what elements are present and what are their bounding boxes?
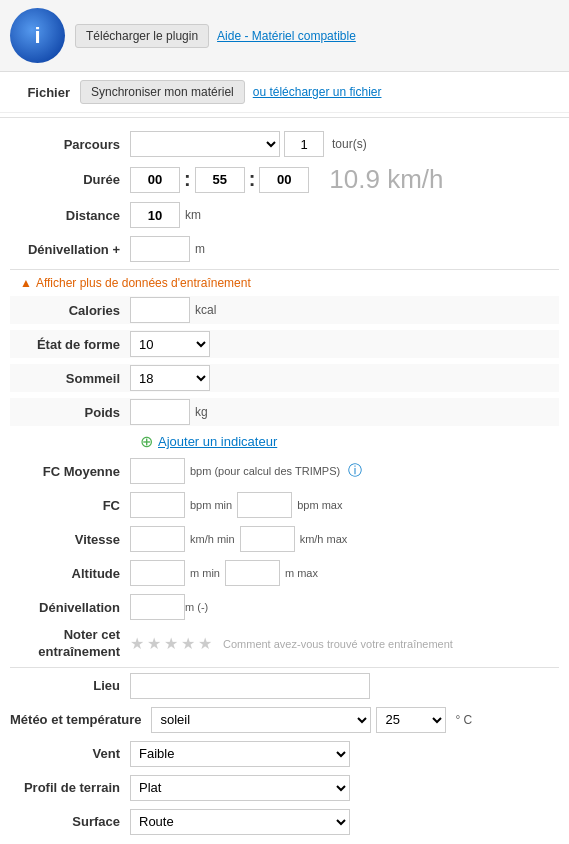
time-sep-2: : [249,168,256,191]
fichier-section: Fichier Synchroniser mon matériel ou tél… [0,72,569,113]
meteo-row: Météo et température soleil nuageux plui… [10,706,559,734]
altitude-max-unit: m max [285,567,318,579]
star-4[interactable]: ★ [181,634,195,653]
noter-label: Noter cet entraînement [10,627,130,661]
collapse-link[interactable]: Afficher plus de données d'entraînement [36,276,251,290]
lieu-label: Lieu [10,678,130,693]
sommeil-row: Sommeil 18 123 456 789 101112 131415 161… [10,364,559,392]
etat-forme-select[interactable]: 10 123 456 789 [130,331,210,357]
duree-mm-input[interactable]: 55 [195,167,245,193]
vent-select[interactable]: Faible Modéré Fort Très fort [130,741,350,767]
vitesse-max-unit: km/h max [300,533,348,545]
vitesse-row: Vitesse km/h min km/h max [10,525,559,553]
profil-terrain-label: Profil de terrain [10,780,130,795]
poids-unit: kg [195,405,208,419]
collapse-triangle-icon: ▲ [20,276,32,290]
sync-button[interactable]: Synchroniser mon matériel [80,80,245,104]
profil-terrain-select[interactable]: Plat Vallonné Montagneux [130,775,350,801]
duree-ss-input[interactable]: 00 [259,167,309,193]
temp-select[interactable]: 25 151617 181920 212223 242627 282930 [376,707,446,733]
fc-moyenne-input[interactable] [130,458,185,484]
tour-unit: tour(s) [332,137,367,151]
poids-row: Poids kg [10,398,559,426]
fc-min-input[interactable] [130,492,185,518]
surface-select[interactable]: Route Chemin Piste [130,809,350,835]
denivellation-unit: m (-) [185,601,208,613]
star-1[interactable]: ★ [130,634,144,653]
denivellation-label: Dénivellation [10,600,130,615]
star-3[interactable]: ★ [164,634,178,653]
star-5[interactable]: ★ [198,634,212,653]
vitesse-max-input[interactable] [240,526,295,552]
lieu-row: Lieu [10,672,559,700]
denivellation-plus-unit: m [195,242,205,256]
fc-moyenne-controls: bpm (pour calcul des TRIMPS) ⓘ [130,458,362,484]
vitesse-min-unit: km/h min [190,533,235,545]
denivellation-plus-label: Dénivellation + [10,242,130,257]
lieu-input[interactable] [130,673,370,699]
denivellation-row: Dénivellation m (-) [10,593,559,621]
header-buttons: Télécharger le plugin Aide - Matériel co… [75,24,356,48]
fc-max-unit: bpm max [297,499,342,511]
fc-moyenne-label: FC Moyenne [10,464,130,479]
aide-link[interactable]: Aide - Matériel compatible [217,29,356,43]
denivellation-input[interactable] [130,594,185,620]
poids-input[interactable] [130,399,190,425]
fc-controls: bpm min bpm max [130,492,342,518]
vitesse-min-input[interactable] [130,526,185,552]
sommeil-select[interactable]: 18 123 456 789 101112 131415 161719 20 [130,365,210,391]
duree-row: Durée 00 : 55 : 00 10.9 km/h [10,164,559,195]
distance-label: Distance [10,208,130,223]
distance-unit: km [185,208,201,222]
noter-row: Noter cet entraînement ★ ★ ★ ★ ★ Comment… [10,627,559,661]
star-2[interactable]: ★ [147,634,161,653]
header: i Télécharger le plugin Aide - Matériel … [0,0,569,72]
meteo-label: Météo et température [10,712,151,727]
parcours-controls: 1 tour(s) [130,131,367,157]
vent-label: Vent [10,746,130,761]
info-icon[interactable]: ⓘ [348,462,362,480]
etat-forme-row: État de forme 10 123 456 789 [10,330,559,358]
collapse-row: ▲ Afficher plus de données d'entraînemen… [10,276,559,290]
vitesse-label: Vitesse [10,532,130,547]
duree-hh-input[interactable]: 00 [130,167,180,193]
duree-label: Durée [10,172,130,187]
fc-moyenne-unit: bpm (pour calcul des TRIMPS) [190,465,340,477]
calories-input[interactable] [130,297,190,323]
altitude-max-input[interactable] [225,560,280,586]
meteo-select[interactable]: soleil nuageux pluie neige vent [151,707,371,733]
tour-input[interactable]: 1 [284,131,324,157]
add-indicator-link[interactable]: Ajouter un indicateur [158,434,277,449]
noter-comment: Comment avez-vous trouvé votre entraînem… [223,638,453,650]
fichier-label: Fichier [10,85,70,100]
altitude-min-input[interactable] [130,560,185,586]
altitude-min-unit: m min [190,567,220,579]
fc-moyenne-row: FC Moyenne bpm (pour calcul des TRIMPS) … [10,457,559,485]
download-plugin-button[interactable]: Télécharger le plugin [75,24,209,48]
surface-label: Surface [10,814,130,829]
duree-controls: 00 : 55 : 00 10.9 km/h [130,164,444,195]
calories-unit: kcal [195,303,216,317]
surface-row: Surface Route Chemin Piste [10,808,559,836]
upload-link[interactable]: ou télécharger un fichier [253,85,382,99]
add-indicator-icon: ⊕ [140,432,153,451]
vitesse-controls: km/h min km/h max [130,526,347,552]
denivellation-plus-input[interactable] [130,236,190,262]
parcours-row: Parcours 1 tour(s) [10,130,559,158]
altitude-controls: m min m max [130,560,318,586]
logo: i [10,8,65,63]
meteo-controls: soleil nuageux pluie neige vent 25 15161… [151,707,472,733]
fc-max-input[interactable] [237,492,292,518]
calories-label: Calories [10,303,130,318]
altitude-label: Altitude [10,566,130,581]
profil-terrain-row: Profil de terrain Plat Vallonné Montagne… [10,774,559,802]
stars-row: ★ ★ ★ ★ ★ Comment avez-vous trouvé votre… [130,634,453,653]
calories-row: Calories kcal [10,296,559,324]
vent-row: Vent Faible Modéré Fort Très fort [10,740,559,768]
distance-input[interactable]: 10 [130,202,180,228]
fc-min-unit: bpm min [190,499,232,511]
altitude-row: Altitude m min m max [10,559,559,587]
sommeil-label: Sommeil [10,371,130,386]
distance-row: Distance 10 km [10,201,559,229]
parcours-select[interactable] [130,131,280,157]
